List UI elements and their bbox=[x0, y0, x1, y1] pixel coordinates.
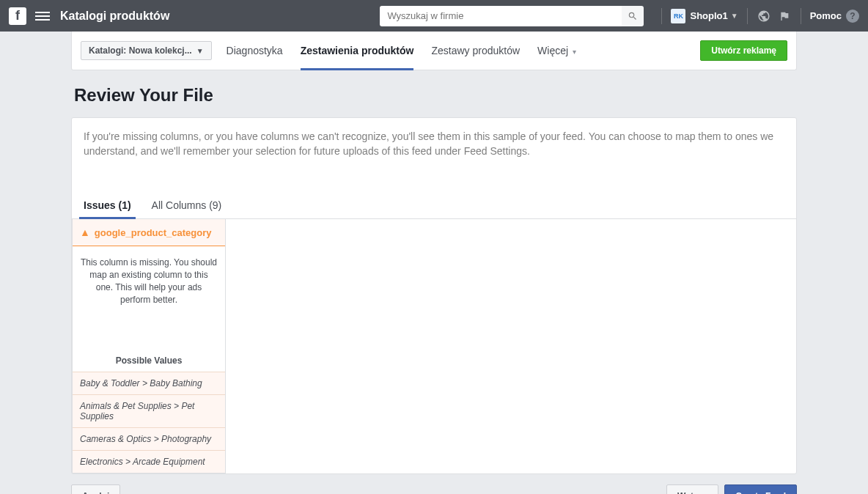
possible-value: Electronics > Arcade Equipment bbox=[73, 450, 225, 473]
help-menu[interactable]: Pomoc ? bbox=[810, 10, 859, 23]
tab-diagnostyka[interactable]: Diagnostyka bbox=[227, 39, 283, 62]
search-button[interactable] bbox=[622, 6, 644, 26]
page-title: Review Your File bbox=[74, 85, 797, 106]
search-icon bbox=[628, 11, 638, 21]
user-name: Shoplo1 bbox=[690, 10, 727, 21]
possible-values-header: Possible Values bbox=[73, 350, 225, 372]
possible-value: Baby & Toddler > Baby Bathing bbox=[73, 372, 225, 394]
user-menu[interactable]: RK Shoplo1 ▼ bbox=[671, 9, 738, 23]
issue-message: This column is missing. You should map a… bbox=[73, 246, 225, 350]
user-avatar: RK bbox=[671, 9, 685, 23]
catalog-dropdown[interactable]: Katalogi: Nowa kolekcj... ▼ bbox=[81, 41, 212, 60]
chevron-down-icon: ▼ bbox=[731, 12, 738, 20]
chevron-down-icon: ▾ bbox=[573, 48, 576, 56]
help-label: Pomoc bbox=[810, 10, 842, 21]
tab-wiecej-label: Więcej bbox=[537, 45, 568, 56]
nav-bar: Katalogi: Nowa kolekcj... ▼ Diagnostyka … bbox=[71, 32, 797, 70]
tab-all-columns[interactable]: All Columns (9) bbox=[152, 192, 222, 218]
tab-zestawy[interactable]: Zestawy produktów bbox=[431, 39, 520, 62]
help-icon: ? bbox=[846, 10, 859, 23]
main-panel: If you're missing columns, or you have c… bbox=[71, 117, 797, 474]
search-wrap bbox=[380, 6, 644, 26]
menu-icon[interactable] bbox=[35, 10, 50, 23]
inner-tabs: Issues (1) All Columns (9) bbox=[72, 192, 796, 219]
cancel-button[interactable]: Anuluj bbox=[71, 484, 120, 494]
possible-value: Cameras & Optics > Photography bbox=[73, 427, 225, 450]
chevron-down-icon: ▼ bbox=[196, 47, 204, 55]
page-header-title: Katalogi produktów bbox=[60, 10, 169, 23]
divider bbox=[661, 8, 662, 24]
tab-issues[interactable]: Issues (1) bbox=[84, 192, 131, 218]
info-text: If you're missing columns, or you have c… bbox=[72, 118, 796, 170]
flag-icon[interactable] bbox=[777, 9, 792, 23]
search-input[interactable] bbox=[380, 6, 622, 26]
tab-wiecej[interactable]: Więcej ▾ bbox=[537, 39, 576, 62]
nav-tabs: Diagnostyka Zestawienia produktów Zestaw… bbox=[227, 39, 576, 62]
catalog-dropdown-label: Katalogi: Nowa kolekcj... bbox=[89, 45, 192, 56]
divider bbox=[801, 8, 801, 24]
footer-bar: Anuluj Wstecz Create Feed bbox=[71, 474, 797, 494]
facebook-logo[interactable]: f bbox=[9, 7, 26, 25]
issue-header: ▲ google_product_category bbox=[73, 219, 225, 246]
possible-value: Animals & Pet Supplies > Pet Supplies bbox=[73, 394, 225, 427]
tab-zestawienia[interactable]: Zestawienia produktów bbox=[301, 39, 414, 62]
topbar: f Katalogi produktów RK Shoplo1 ▼ Pomoc … bbox=[0, 0, 868, 32]
back-button[interactable]: Wstecz bbox=[666, 484, 718, 494]
warning-icon: ▲ bbox=[80, 226, 90, 238]
create-ad-button[interactable]: Utwórz reklamę bbox=[700, 40, 787, 61]
issue-card: ▲ google_product_category This column is… bbox=[72, 219, 226, 473]
divider bbox=[747, 8, 748, 24]
globe-icon[interactable] bbox=[757, 9, 771, 23]
issue-column-name: google_product_category bbox=[95, 227, 212, 238]
create-feed-button[interactable]: Create Feed bbox=[724, 484, 797, 494]
